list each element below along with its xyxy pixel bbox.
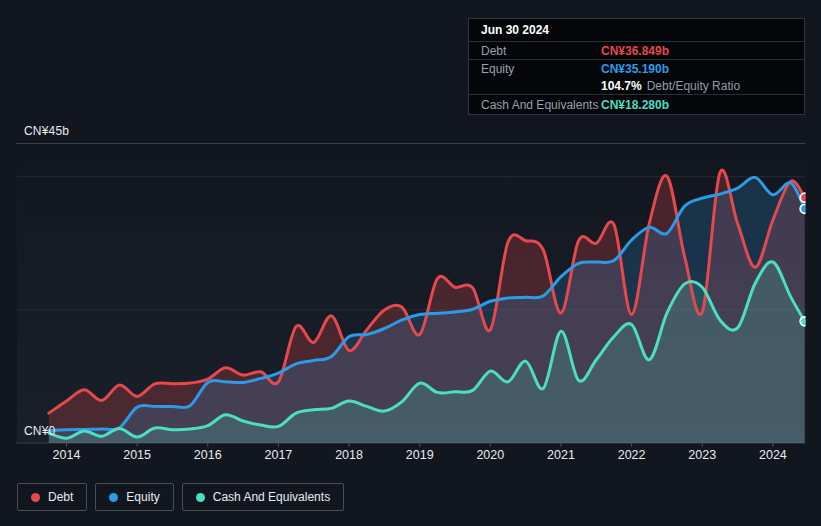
x-axis-label: 2020 [468, 448, 512, 462]
x-axis-label: 2022 [610, 448, 654, 462]
x-axis-label: 2015 [115, 448, 159, 462]
debt-equity-history-chart: CN¥45b CN¥0 2014201520162017201820192020… [0, 0, 821, 526]
legend-cash-label: Cash And Equivalents [213, 490, 330, 504]
x-axis-label: 2016 [186, 448, 230, 462]
y-axis-label-zero: CN¥0 [24, 424, 55, 438]
legend-item-equity[interactable]: Equity [95, 483, 173, 511]
legend: Debt Equity Cash And Equivalents [17, 483, 344, 511]
cash-series-dot-icon [196, 493, 205, 502]
x-axis-label: 2019 [398, 448, 442, 462]
x-axis: 2014201520162017201820192020202120222023… [0, 448, 821, 466]
x-axis-label: 2017 [256, 448, 300, 462]
tooltip-row-ratio: 104.7% Debt/Equity Ratio [469, 77, 804, 95]
equity-series-dot-icon [109, 493, 118, 502]
tooltip-cash-label: Cash And Equivalents [481, 98, 601, 112]
legend-debt-label: Debt [48, 490, 73, 504]
tooltip-equity-label: Equity [481, 62, 601, 76]
x-axis-label: 2023 [680, 448, 724, 462]
debt-series-dot-icon [31, 493, 40, 502]
tooltip-ratio-label: Debt/Equity Ratio [647, 79, 740, 93]
tooltip-card: Jun 30 2024 Debt CN¥36.849b Equity CN¥35… [468, 18, 805, 115]
tooltip-debt-value: CN¥36.849b [601, 44, 669, 58]
tooltip-row-debt: Debt CN¥36.849b [469, 42, 804, 60]
tooltip-ratio-value: 104.7% [601, 79, 642, 93]
tooltip-date: Jun 30 2024 [469, 19, 804, 42]
x-axis-label: 2018 [327, 448, 371, 462]
y-axis-label-max: CN¥45b [24, 124, 69, 138]
tooltip-equity-value: CN¥35.190b [601, 62, 669, 76]
tooltip-row-equity: Equity CN¥35.190b [469, 60, 804, 77]
legend-equity-label: Equity [126, 490, 159, 504]
legend-item-cash[interactable]: Cash And Equivalents [182, 483, 344, 511]
x-axis-label: 2024 [751, 448, 795, 462]
legend-item-debt[interactable]: Debt [17, 483, 87, 511]
x-axis-label: 2014 [45, 448, 89, 462]
tooltip-debt-label: Debt [481, 44, 601, 58]
tooltip-row-cash: Cash And Equivalents CN¥18.280b [469, 95, 804, 114]
x-axis-label: 2021 [539, 448, 583, 462]
tooltip-cash-value: CN¥18.280b [601, 98, 669, 112]
